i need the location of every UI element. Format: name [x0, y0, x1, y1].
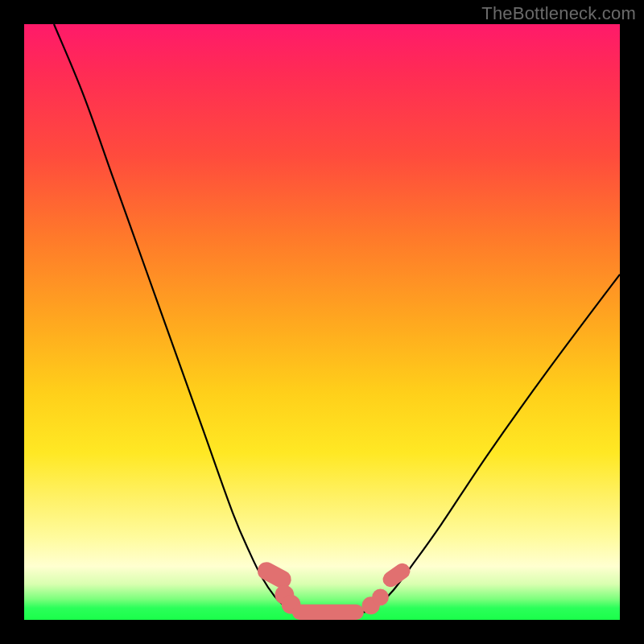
chart-svg: [24, 24, 620, 620]
plot-area: [24, 24, 620, 620]
marker-pill: [292, 605, 364, 620]
chart-frame: TheBottleneck.com: [0, 0, 644, 644]
marker-dot: [372, 589, 389, 606]
curve-layer: [54, 24, 620, 613]
bottleneck-curve: [54, 24, 620, 613]
watermark-text: TheBottleneck.com: [481, 3, 636, 24]
marker-layer: [254, 559, 413, 620]
